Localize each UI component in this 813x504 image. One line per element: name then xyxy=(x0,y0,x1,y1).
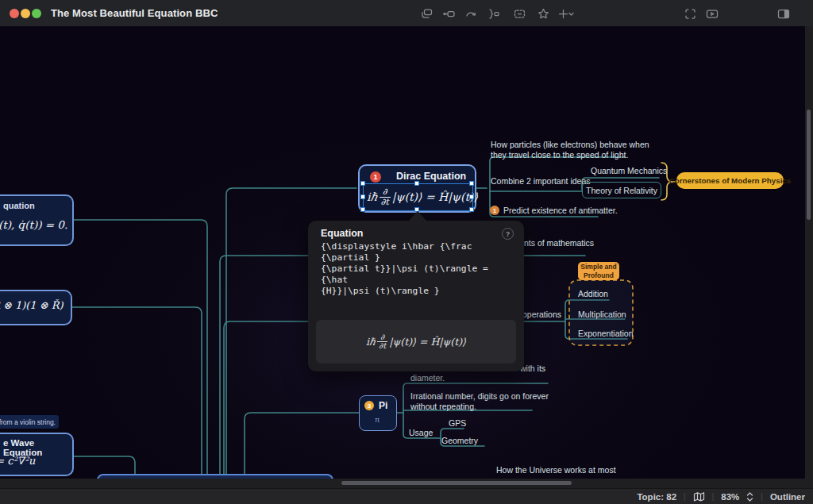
topic-how-particles[interactable]: How particles (like electrons) behave wh… xyxy=(491,140,649,149)
topic-circumference-ratio-line2[interactable]: diameter. xyxy=(410,373,445,383)
popup-title: Equation xyxy=(321,228,363,239)
yang-baxter-equation-math: Ř ⊗ 1)(1 ⊗ Ř) xyxy=(0,299,64,311)
zoom-stepper[interactable] xyxy=(746,491,753,502)
pi-symbol: π xyxy=(375,416,380,424)
pitch-mode-icon[interactable] xyxy=(683,6,697,21)
close-window-button[interactable] xyxy=(10,9,19,18)
help-icon[interactable]: ? xyxy=(502,228,514,240)
topic-yang-baxter-equation[interactable]: Ř ⊗ 1)(1 ⊗ Ř) xyxy=(0,290,72,325)
lagrange-equation-math: (t), q̇(t)) = 0. xyxy=(0,218,67,231)
popup-caret xyxy=(408,211,427,221)
horizontal-scrollbar-thumb[interactable] xyxy=(341,481,572,485)
mind-map-canvas[interactable]: 1 Dirac Equation iℏ∂∂t|ψ(t)⟩ = Ĥ|ψ(t)⟩ H… xyxy=(0,26,813,488)
topic-addition[interactable]: Addition xyxy=(578,289,608,298)
insert-dropdown-chevron-icon[interactable] xyxy=(567,6,575,21)
priority-3-badge[interactable]: 3 xyxy=(364,401,374,410)
topic-pi[interactable]: 3 Pi π xyxy=(359,395,397,431)
minimize-window-button[interactable] xyxy=(21,9,30,18)
map-overview-icon[interactable] xyxy=(693,491,705,502)
selection-handle[interactable] xyxy=(360,194,365,199)
selection-handle[interactable] xyxy=(469,207,474,212)
topic-exponentiation[interactable]: Exponentiation xyxy=(578,329,633,338)
topic-wave-equation[interactable]: e Wave Equation ∂²u∂t²= c²∇²u xyxy=(0,433,74,476)
topic-irrational-line2[interactable]: without repeating. xyxy=(410,402,476,411)
topic-how-particles-line2[interactable]: they travel close to the speed of light. xyxy=(491,150,628,160)
wave-equation-math: ∂²u∂t²= c²∇²u xyxy=(0,452,35,470)
selection-handle[interactable] xyxy=(360,207,365,212)
selection-handle[interactable] xyxy=(469,181,474,186)
topic-quantum-mechanics[interactable]: Quantum Mechanics xyxy=(591,166,667,175)
title-bar: The Most Beautiful Equation BBC xyxy=(0,0,813,27)
topic-count: Topic: 82 xyxy=(637,492,676,502)
selection-handle[interactable] xyxy=(469,194,474,199)
label-violin-string[interactable]: from a violin string. xyxy=(0,415,59,429)
window-title: The Most Beautiful Equation BBC xyxy=(51,7,218,19)
equation-preview: iℏ∂∂t|ψ(t)⟩ = Ĥ|ψ(t)⟩ xyxy=(316,320,516,364)
topic-combine-ideas[interactable]: Combine 2 important ideas xyxy=(491,176,590,186)
topic-usage[interactable]: Usage xyxy=(409,428,433,437)
outliner-button[interactable]: Outliner xyxy=(770,492,805,502)
priority-1-badge[interactable]: 1 xyxy=(370,171,381,183)
topic-theory-of-relativity[interactable]: Theory of Relativity xyxy=(582,182,661,198)
insert-topic-icon[interactable] xyxy=(419,6,433,21)
topic-title: quation xyxy=(3,201,35,210)
priority-1-badge-orange[interactable]: 1 xyxy=(490,206,499,215)
vertical-scrollbar-thumb[interactable] xyxy=(807,110,811,220)
vertical-scrollbar-track[interactable] xyxy=(805,26,813,479)
latex-source-field[interactable]: {\displaystyle i\hbar {\frac {\partial }… xyxy=(321,241,514,297)
topic-title: Dirac Equation xyxy=(396,171,466,182)
insert-subtopic-icon[interactable] xyxy=(441,6,456,21)
boundary-icon[interactable] xyxy=(512,6,526,21)
topic-multiplication[interactable]: Multiplication xyxy=(578,310,626,319)
zoom-window-button[interactable] xyxy=(32,9,41,18)
xmind-window: { "window": { "title": "The Most Beautif… xyxy=(0,0,813,504)
topic-gps[interactable]: GPS xyxy=(449,418,466,428)
topic-operations[interactable]: operations xyxy=(522,310,561,319)
topic-irrational[interactable]: Irrational number, digits go on forever xyxy=(410,391,549,401)
equation-popup: Equation ? {\displaystyle i\hbar {\frac … xyxy=(308,221,524,371)
slideshow-icon[interactable] xyxy=(705,6,719,21)
topic-predict-antimatter[interactable]: Predict existence of antimatter. xyxy=(503,206,618,215)
topic-universe[interactable]: How the Universe works at most xyxy=(496,465,616,475)
tag-simple-and-profound[interactable]: Simple andProfound xyxy=(578,262,619,280)
selection-handle[interactable] xyxy=(360,181,365,186)
zoom-level[interactable]: 83% xyxy=(721,492,739,502)
marker-star-icon[interactable] xyxy=(536,6,550,21)
sidebar-toggle-icon[interactable] xyxy=(776,6,791,21)
topic-lagrange-equation[interactable]: quation (t), q̇(t)) = 0. xyxy=(0,194,74,246)
topic-title: Pi xyxy=(379,400,387,411)
status-bar: Topic: 82 | | 83% | Outliner xyxy=(0,488,813,504)
summary-icon[interactable] xyxy=(486,6,500,21)
topic-cornerstones[interactable]: Cornerstones of Modern Physics xyxy=(676,172,784,189)
topic-geometry[interactable]: Geometry xyxy=(441,436,478,445)
relationship-icon[interactable] xyxy=(464,6,478,21)
topic-mathematics[interactable]: nts of mathematics xyxy=(524,238,594,248)
selection-handle[interactable] xyxy=(414,181,419,186)
